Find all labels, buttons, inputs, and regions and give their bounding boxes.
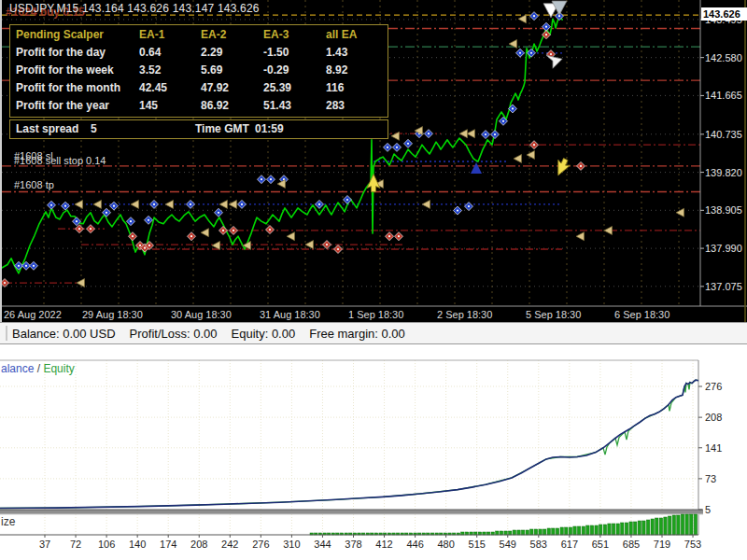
svg-text:30 Aug 18:30: 30 Aug 18:30	[171, 309, 232, 320]
svg-text:276: 276	[252, 539, 269, 550]
row-day-all: 1.43	[326, 44, 382, 62]
svg-text:446: 446	[406, 539, 423, 550]
row-year-ea2: 86.92	[201, 97, 263, 115]
ea-panel-footer: Last spread 5 Time GMT 01:59	[9, 119, 388, 139]
svg-text:29 Aug 18:30: 29 Aug 18:30	[82, 309, 143, 320]
col-ea1: EA-1	[139, 26, 201, 44]
row-week-all: 8.92	[326, 62, 382, 79]
svg-text:31 Aug 18:30: 31 Aug 18:30	[260, 309, 320, 320]
svg-text:617: 617	[561, 539, 578, 550]
svg-text:208: 208	[705, 412, 722, 423]
order-1608-sellstop-label: #1608 sell stop 0.14	[14, 155, 106, 166]
svg-text:412: 412	[375, 539, 392, 550]
svg-text:174: 174	[160, 539, 176, 550]
ea-panel-title: Pending Scalper	[16, 26, 139, 44]
row-day-ea2: 2.29	[201, 44, 263, 62]
status-bar-grip	[2, 326, 7, 341]
legend-separator: /	[34, 362, 43, 375]
row-day-ea1: 0.64	[139, 44, 201, 62]
svg-text:310: 310	[283, 539, 300, 550]
svg-text:6 Sep 18:30: 6 Sep 18:30	[614, 309, 669, 320]
row-year-ea1: 145	[139, 97, 201, 115]
svg-text:72: 72	[70, 539, 81, 550]
svg-text:140: 140	[129, 539, 146, 550]
ea-panel-grid: Pending Scalper EA-1 EA-2 EA-3 all EA Pr…	[10, 25, 388, 117]
row-year-ea3: 51.43	[263, 97, 326, 115]
row-week-ea3: -0.29	[263, 62, 326, 79]
price-chart-window[interactable]: 143.495142.580141.665140.735139.820138.9…	[0, 0, 747, 322]
last-spread-value: 5	[91, 122, 97, 135]
col-ea3: EA-3	[263, 26, 326, 44]
svg-text:651: 651	[592, 539, 609, 550]
row-week-ea1: 3.52	[139, 62, 201, 79]
svg-text:685: 685	[623, 539, 640, 550]
row-day-label: Profit for the day	[16, 44, 139, 62]
time-gmt-label: Time GMT	[195, 122, 249, 135]
row-month-ea1: 42.45	[139, 79, 201, 97]
svg-text:378: 378	[345, 539, 361, 550]
svg-text:480: 480	[437, 539, 454, 550]
svg-text:37: 37	[39, 539, 50, 550]
chart-title: USDJPY,M15 143.164 143.626 143.147 143.6…	[9, 2, 260, 15]
svg-text:137.075: 137.075	[705, 281, 742, 292]
svg-text:242: 242	[221, 539, 238, 550]
row-year-all: 283	[326, 97, 382, 115]
svg-text:141.665: 141.665	[705, 90, 742, 101]
account-status-items: Balance: 0.00 USDProfit/Loss: 0.00Equity…	[12, 327, 419, 341]
order-1608-tp-label: #1608 tp	[14, 179, 54, 190]
row-month-ea2: 47.92	[201, 79, 263, 97]
equity-status: Equity: 0.00	[232, 327, 296, 341]
report-chart-svg[interactable]: 3772106140174208242276310344378412446480…	[0, 344, 747, 560]
svg-text:344: 344	[314, 539, 331, 550]
svg-text:515: 515	[469, 539, 486, 550]
legend-balance: alance	[1, 362, 34, 375]
svg-text:26 Aug 2022: 26 Aug 2022	[4, 309, 62, 320]
svg-text:2 Sep 18:30: 2 Sep 18:30	[437, 309, 492, 320]
svg-text:549: 549	[500, 539, 516, 550]
row-month-ea3: 25.39	[263, 79, 326, 97]
time-gmt-value: 01:59	[255, 122, 284, 135]
lot-size-label: ize	[1, 515, 15, 528]
svg-text:208: 208	[190, 539, 207, 550]
legend-equity: Equity	[43, 362, 74, 375]
svg-text:140.735: 140.735	[705, 129, 742, 140]
svg-text:753: 753	[684, 539, 701, 550]
balance-equity-legend: alance / Equity	[1, 362, 75, 375]
balance-status: Balance: 0.00 USD	[12, 327, 116, 341]
report-chart-window[interactable]: 3772106140174208242276310344378412446480…	[0, 344, 747, 560]
row-month-label: Profit for the month	[16, 79, 139, 97]
svg-text:5: 5	[705, 504, 711, 515]
svg-text:142.580: 142.580	[705, 52, 742, 63]
svg-text:141: 141	[705, 442, 722, 454]
col-ea2: EA-2	[201, 26, 263, 44]
row-week-label: Profit for the week	[16, 62, 139, 79]
col-all-ea: all EA	[326, 26, 382, 44]
svg-text:5 Sep 18:30: 5 Sep 18:30	[526, 309, 581, 320]
current-price-box: 143.626	[701, 7, 747, 21]
svg-text:138.905: 138.905	[705, 204, 742, 216]
svg-text:276: 276	[705, 381, 722, 392]
row-week-ea2: 5.69	[201, 62, 263, 79]
ea-panel: Pending Scalper EA-1 EA-2 EA-3 all EA Pr…	[9, 24, 388, 118]
row-year-label: Profit for the year	[16, 97, 139, 115]
profit-loss-status: Profit/Loss: 0.00	[130, 327, 218, 341]
svg-text:719: 719	[654, 539, 670, 550]
svg-text:73: 73	[705, 473, 716, 484]
status-bar: Balance: 0.00 USDProfit/Loss: 0.00Equity…	[0, 322, 747, 344]
row-day-ea3: -1.50	[263, 44, 326, 62]
svg-text:137.990: 137.990	[705, 243, 742, 254]
mt4-terminal: 143.495142.580141.665140.735139.820138.9…	[0, 0, 747, 560]
svg-text:139.820: 139.820	[705, 167, 742, 178]
svg-text:583: 583	[530, 539, 547, 550]
free-margin-status: Free margin: 0.00	[309, 327, 405, 341]
svg-text:106: 106	[98, 539, 115, 550]
last-spread-label: Last spread	[16, 122, 78, 135]
svg-text:1 Sep 18:30: 1 Sep 18:30	[348, 309, 403, 320]
row-month-all: 116	[326, 79, 382, 97]
